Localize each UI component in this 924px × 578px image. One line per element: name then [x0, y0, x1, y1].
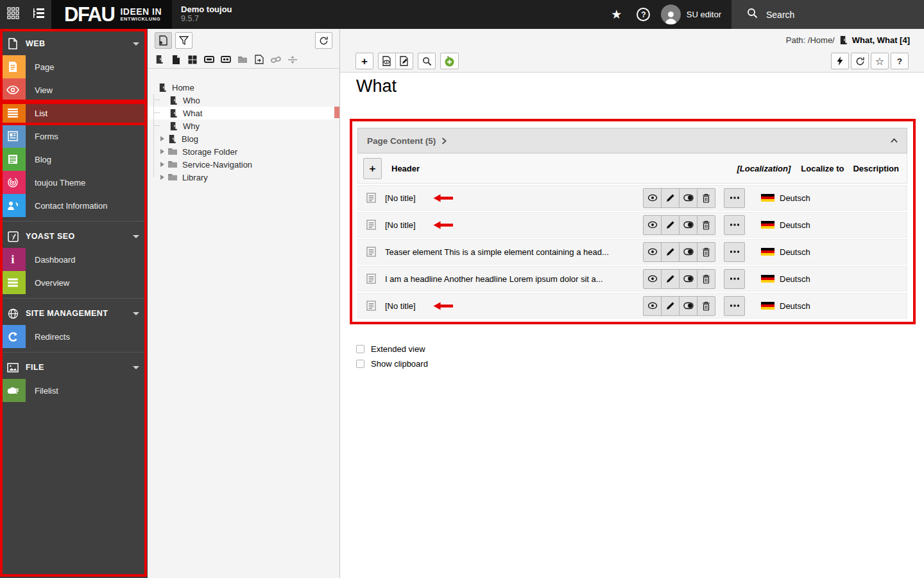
- view-button[interactable]: [643, 215, 662, 235]
- pagetree-toggle-button[interactable]: [26, 0, 51, 29]
- section-header-file[interactable]: FILE: [0, 356, 148, 379]
- add-content-button[interactable]: +: [363, 158, 382, 179]
- tree-node-label: Service-Navigation: [182, 160, 252, 170]
- drag-new-page-icon[interactable]: [154, 55, 164, 65]
- section-header-site-management[interactable]: SITE MANAGEMENT: [0, 302, 148, 325]
- edit-button[interactable]: [661, 242, 680, 262]
- tree-node-who[interactable]: Who: [148, 94, 339, 107]
- more-actions-button[interactable]: [724, 269, 745, 289]
- language-label: Deutsch: [780, 220, 902, 230]
- view-button[interactable]: [643, 188, 662, 208]
- logo-text: DFAU: [64, 3, 114, 26]
- drag-new-folder-icon[interactable]: [237, 55, 248, 65]
- content-title[interactable]: Teaser element This is a simple element …: [385, 247, 609, 257]
- tree-refresh-button[interactable]: [315, 32, 332, 49]
- tree-node-label: Blog: [182, 134, 198, 144]
- more-actions-button[interactable]: [724, 215, 745, 235]
- content-title[interactable]: [No title]: [385, 301, 416, 311]
- dfau-logo[interactable]: DFAU IDEEN IN ENTWICKLUNG: [51, 0, 172, 29]
- section-header-yoast-seo[interactable]: YOAST SEO: [0, 225, 148, 248]
- collapse-panel-button[interactable]: [891, 138, 898, 143]
- tree-node-blog[interactable]: Blog: [148, 132, 339, 145]
- delete-button[interactable]: [697, 296, 715, 316]
- sidebar-item-contact-information[interactable]: Contact Information: [0, 194, 148, 217]
- view-button[interactable]: [643, 269, 662, 289]
- tree-node-label: Who: [183, 96, 200, 105]
- new-page-button[interactable]: [155, 32, 172, 49]
- delete-button[interactable]: [697, 188, 715, 208]
- show-clipboard-checkbox[interactable]: [356, 360, 364, 368]
- edit-button[interactable]: [661, 188, 680, 208]
- content-title[interactable]: [No title]: [385, 220, 416, 230]
- extended-view-checkbox[interactable]: [356, 345, 364, 353]
- help-icon: ?: [637, 8, 650, 21]
- tree-node-why[interactable]: Why: [148, 119, 339, 132]
- more-actions-button[interactable]: [724, 296, 745, 316]
- user-menu[interactable]: SU editor: [657, 0, 732, 29]
- edit-button[interactable]: [661, 269, 680, 289]
- cache-button[interactable]: [831, 53, 849, 69]
- search-records-button[interactable]: [418, 53, 436, 69]
- delete-button[interactable]: [697, 269, 715, 289]
- globe-icon: [0, 308, 26, 319]
- bookmark-button[interactable]: ★: [603, 0, 630, 29]
- drag-new-document-icon[interactable]: [171, 55, 181, 65]
- drag-new-link-icon[interactable]: [271, 55, 281, 65]
- expand-icon[interactable]: [160, 149, 164, 154]
- expand-icon[interactable]: [160, 162, 164, 167]
- sidebar-item-view[interactable]: View: [0, 78, 148, 101]
- sidebar-item-toujou-theme[interactable]: toujou Theme: [0, 171, 148, 194]
- drag-new-spacer-icon[interactable]: [287, 55, 298, 65]
- sidebar-item-label: Page: [35, 62, 54, 72]
- tree-node-home[interactable]: Home: [148, 81, 339, 94]
- edit-button[interactable]: [661, 296, 680, 316]
- tree-node-storage-folder[interactable]: Storage Folder: [148, 145, 339, 158]
- more-actions-button[interactable]: [724, 242, 745, 262]
- modulemenu-toggle-button[interactable]: [0, 0, 26, 29]
- view-page-button[interactable]: [378, 53, 396, 69]
- view-button[interactable]: [643, 242, 662, 262]
- expand-icon[interactable]: [160, 175, 164, 180]
- help-button-docheader[interactable]: ?: [891, 53, 909, 69]
- edit-page-button[interactable]: [395, 53, 413, 69]
- sidebar-item-overview[interactable]: Overview: [0, 271, 148, 294]
- hide-toggle-button[interactable]: [679, 296, 697, 316]
- reload-button[interactable]: [851, 53, 869, 69]
- delete-button[interactable]: [697, 215, 715, 235]
- new-record-button[interactable]: +: [355, 53, 373, 69]
- chevron-down-icon: [133, 312, 139, 315]
- sidebar-item-list[interactable]: List: [0, 101, 148, 125]
- tree-node-library[interactable]: Library: [148, 171, 339, 184]
- hide-toggle-button[interactable]: [679, 242, 697, 262]
- toujou-add-button[interactable]: [440, 53, 459, 69]
- hide-toggle-button[interactable]: [679, 188, 697, 208]
- filter-button[interactable]: [175, 32, 193, 49]
- drag-new-recycler-icon[interactable]: [254, 55, 264, 65]
- content-title[interactable]: I am a headline Another headline Lorem i…: [385, 274, 603, 284]
- sidebar-item-filelist[interactable]: Filelist: [0, 379, 148, 402]
- sidebar-item-redirects[interactable]: Redirects: [0, 325, 148, 348]
- drag-new-shortcut-icon[interactable]: [187, 55, 198, 65]
- sidebar-item-forms[interactable]: Forms: [0, 125, 148, 148]
- view-button[interactable]: [643, 296, 662, 316]
- bookmark-page-button[interactable]: ☆: [871, 53, 889, 69]
- sidebar-item-dashboard[interactable]: i Dashboard: [0, 248, 148, 271]
- sidebar-item-page[interactable]: Page: [0, 55, 148, 78]
- drag-new-backend-section-icon[interactable]: [221, 55, 231, 65]
- help-button[interactable]: ?: [630, 0, 657, 29]
- page-content-panel: Page Content (5) + Header [Localization]…: [357, 128, 907, 319]
- drag-new-mountpoint-icon[interactable]: [204, 55, 214, 65]
- section-header-web[interactable]: WEB: [0, 32, 148, 55]
- expand-icon[interactable]: [160, 136, 164, 141]
- content-title[interactable]: [No title]: [385, 193, 416, 203]
- more-actions-button[interactable]: [724, 188, 745, 208]
- tree-node-what[interactable]: What: [148, 107, 339, 119]
- delete-button[interactable]: [697, 242, 715, 262]
- edit-button[interactable]: [661, 215, 680, 235]
- hide-toggle-button[interactable]: [679, 269, 697, 289]
- topbar-search[interactable]: Search: [732, 0, 924, 29]
- panel-header[interactable]: Page Content (5): [357, 128, 907, 153]
- sidebar-item-blog[interactable]: Blog: [0, 148, 148, 171]
- hide-toggle-button[interactable]: [679, 215, 697, 235]
- tree-node-service-navigation[interactable]: Service-Navigation: [148, 158, 339, 171]
